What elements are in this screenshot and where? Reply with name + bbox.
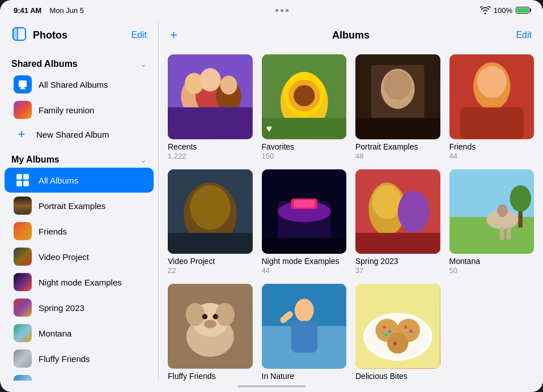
ipad-device: 9:41 AM Mon Jun 5 100%: [0, 0, 543, 392]
album-cell-video[interactable]: Video Project 22: [168, 169, 253, 275]
album-header-inner: + Albums Edit: [170, 28, 532, 42]
fluffy-label: Fluffy Friends: [39, 354, 90, 364]
svg-point-74: [387, 333, 408, 353]
svg-rect-1: [13, 28, 18, 40]
album-cell-fluffy[interactable]: Fluffy Friends 8: [168, 284, 253, 381]
album-cell-montana[interactable]: Montana 50: [449, 169, 534, 275]
dot2: [281, 9, 283, 12]
my-albums-title: My Albums: [11, 155, 60, 165]
main-content: Photos Edit Shared Albums ⌄: [0, 20, 543, 381]
night-label: Night mode Examples: [39, 278, 122, 287]
sidebar-item-video[interactable]: Video Project: [5, 244, 154, 269]
sidebar-item-new-shared[interactable]: + New Shared Album: [5, 123, 154, 146]
nature-album-name: In Nature: [262, 372, 347, 381]
spring-album-name: Spring 2023: [355, 257, 440, 266]
sidebar-scroll: Shared Albums ⌄ All Shared Albums: [0, 50, 158, 381]
svg-rect-7: [16, 181, 22, 186]
svg-rect-8: [23, 181, 29, 186]
battery-percent: 100%: [494, 6, 512, 15]
favorites-heart-badge: ♥: [266, 123, 273, 135]
fluffy-album-thumb: [168, 284, 253, 369]
friends-label: Friends: [39, 227, 67, 236]
status-right: 100%: [480, 6, 529, 15]
sidebar-edit-button[interactable]: Edit: [131, 30, 147, 40]
svg-text:♥: ♥: [393, 339, 397, 348]
wifi-icon: [480, 6, 490, 14]
svg-point-15: [220, 75, 237, 95]
portrait-label: Portrait Examples: [39, 201, 105, 211]
add-album-button[interactable]: +: [170, 28, 177, 42]
portrait-album-thumb: [355, 54, 440, 139]
new-shared-plus-icon: +: [14, 126, 29, 142]
svg-rect-40: [294, 200, 315, 207]
sidebar-item-all-albums[interactable]: All Albums: [5, 168, 154, 193]
album-cell-bites[interactable]: ♥ Delicious Bites 10: [355, 284, 440, 381]
sidebar-toggle-icon[interactable]: [11, 26, 27, 44]
sidebar: Photos Edit Shared Albums ⌄: [0, 20, 159, 381]
night-thumb: [14, 273, 32, 291]
portrait-album-count: 48: [355, 152, 440, 160]
video-album-name: Video Project: [168, 257, 253, 266]
album-area: + Albums Edit: [159, 20, 543, 381]
svg-point-21: [294, 85, 315, 106]
album-cell-night[interactable]: Night mode Examples 44: [262, 169, 347, 275]
sidebar-item-night[interactable]: Night mode Examples: [5, 270, 154, 295]
svg-rect-31: [460, 107, 523, 139]
recents-name: Recents: [168, 142, 253, 151]
album-cell-nature[interactable]: In Nature 53: [262, 284, 347, 381]
status-date: Mon Jun 5: [49, 6, 84, 15]
montana-album-count: 50: [449, 266, 534, 275]
svg-point-44: [372, 185, 402, 219]
album-cell-portrait[interactable]: Portrait Examples 48: [355, 54, 440, 160]
album-cell-recents[interactable]: Recents 1,222: [168, 54, 253, 160]
svg-point-79: [409, 330, 413, 333]
svg-point-14: [200, 68, 220, 91]
svg-rect-4: [20, 88, 26, 90]
shared-albums-title: Shared Albums: [11, 59, 78, 69]
all-albums-icon: [14, 171, 32, 189]
svg-rect-50: [499, 226, 503, 239]
sidebar-item-fluffy[interactable]: Fluffy Friends: [5, 346, 154, 371]
montana-label: Montana: [39, 329, 71, 338]
sidebar-item-friends[interactable]: Friends: [5, 219, 154, 244]
dot3: [286, 9, 289, 12]
sidebar-item-montana[interactable]: Montana: [5, 321, 154, 346]
svg-point-77: [384, 333, 388, 336]
album-area-title: Albums: [332, 29, 370, 41]
album-cell-favorites[interactable]: ♥ Favorites 150: [262, 54, 347, 160]
spring-thumb: [14, 299, 32, 317]
sidebar-item-portrait[interactable]: Portrait Examples: [5, 193, 154, 218]
svg-rect-3: [21, 87, 24, 88]
svg-point-66: [294, 299, 313, 322]
family-reunion-thumb: [14, 101, 32, 119]
favorites-count: 150: [262, 152, 347, 160]
sidebar-item-family-reunion[interactable]: Family reunion: [5, 97, 154, 122]
montana-thumb: [14, 324, 32, 342]
svg-point-34: [190, 185, 230, 229]
bites-album-name: Delicious Bites: [355, 372, 440, 381]
bites-album-thumb: ♥: [355, 284, 440, 369]
video-album-count: 22: [168, 266, 253, 275]
svg-point-61: [202, 314, 207, 319]
album-cell-spring[interactable]: Spring 2023 37: [355, 169, 440, 275]
svg-rect-6: [23, 174, 29, 180]
shared-albums-section-header: Shared Albums ⌄: [0, 54, 158, 71]
video-album-thumb: [168, 169, 253, 254]
svg-point-63: [204, 320, 217, 329]
svg-point-75: [383, 326, 387, 329]
favorites-name: Favorites: [262, 142, 347, 151]
video-thumb: [14, 248, 32, 266]
portrait-album-name: Portrait Examples: [355, 142, 440, 151]
svg-point-60: [215, 303, 235, 326]
svg-point-30: [477, 66, 506, 98]
sidebar-item-spring[interactable]: Spring 2023: [5, 295, 154, 320]
sidebar-item-all-shared[interactable]: All Shared Albums: [5, 72, 154, 97]
my-albums-chevron[interactable]: ⌄: [140, 155, 147, 164]
svg-point-45: [398, 190, 430, 233]
album-cell-friends[interactable]: Friends 44: [449, 54, 534, 160]
album-edit-button[interactable]: Edit: [516, 30, 532, 40]
sidebar-item-nature[interactable]: In Nature: [5, 372, 154, 381]
shared-albums-chevron[interactable]: ⌄: [140, 59, 147, 69]
svg-point-76: [388, 330, 392, 333]
svg-rect-51: [506, 226, 510, 239]
